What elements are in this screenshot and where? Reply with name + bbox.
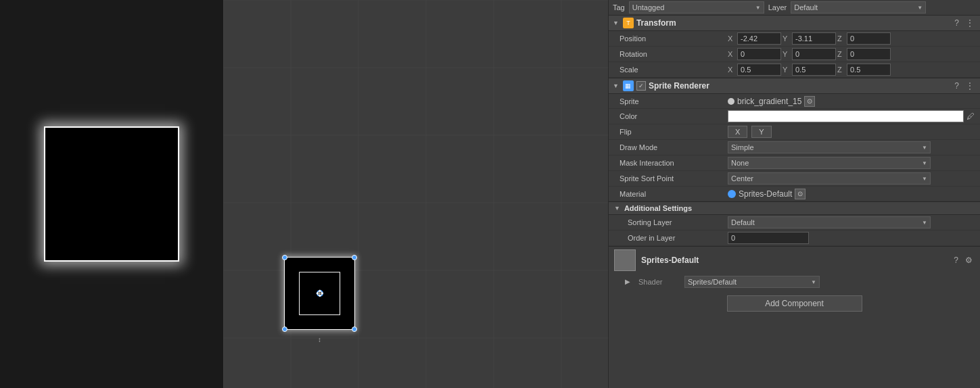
sprite-renderer-title: Sprite Renderer	[649, 81, 709, 91]
flip-buttons: X Y	[728, 126, 772, 138]
layer-label: Layer	[768, 3, 787, 11]
sprite-value: brick_gradient_15 ⊙	[728, 96, 975, 107]
transform-help-icon[interactable]: ?	[952, 18, 961, 28]
position-xyz: X Y Z	[728, 32, 975, 45]
flip-y-button[interactable]: Y	[751, 126, 771, 138]
scale-label: Scale	[620, 66, 728, 74]
position-row: Position X Y Z	[609, 31, 980, 47]
sorting-layer-row: Sorting Layer Default ▼	[609, 215, 980, 231]
transform-actions: ? ⋮	[952, 18, 976, 28]
draw-mode-dropdown[interactable]: Simple ▼	[728, 141, 931, 153]
mask-interaction-value: None ▼	[728, 157, 975, 169]
scale-row: Scale X Y Z	[609, 62, 980, 78]
mask-interaction-dropdown[interactable]: None ▼	[728, 157, 931, 169]
sorting-layer-dropdown[interactable]: Default ▼	[728, 216, 931, 228]
scene-view[interactable]: ✥ ↕	[223, 0, 608, 388]
sprite-sort-point-label: Sprite Sort Point	[620, 174, 728, 183]
additional-settings-expand[interactable]: ▼	[614, 205, 620, 212]
material-footer-name: Sprites-Default	[641, 256, 699, 265]
sprite-name: brick_gradient_15	[737, 97, 801, 106]
sprite-renderer-more-icon[interactable]: ⋮	[964, 81, 976, 91]
tag-layer-row: Tag Untagged ▼ Layer Default ▼	[609, 0, 980, 15]
mask-interaction-label: Mask Interaction	[620, 159, 728, 167]
transform-more-icon[interactable]: ⋮	[964, 18, 976, 28]
sprite-sort-point-dropdown[interactable]: Center ▼	[728, 172, 931, 185]
rotation-row: Rotation X Y Z	[609, 47, 980, 62]
tag-dropdown[interactable]: Untagged ▼	[629, 1, 764, 14]
shader-row: ▶ Shader Sprites/Default ▼	[609, 274, 980, 290]
scale-z-field: Z	[837, 64, 891, 76]
material-row: Material Sprites-Default ⊙	[609, 187, 980, 201]
rotation-y-input[interactable]	[792, 48, 836, 60]
draw-mode-row: Draw Mode Simple ▼	[609, 140, 980, 155]
sprite-renderer-actions: ? ⋮	[952, 81, 976, 91]
mask-interaction-row: Mask Interaction None ▼	[609, 155, 980, 171]
sprite-renderer-checkbox[interactable]: ✓	[636, 81, 646, 91]
order-in-layer-value	[728, 232, 975, 244]
sorting-layer-label: Sorting Layer	[620, 218, 728, 226]
scene-sprite-object[interactable]: ✥ ↕	[284, 257, 355, 330]
sprite-label: Sprite	[620, 97, 728, 105]
sprite-renderer-help-icon[interactable]: ?	[952, 81, 961, 91]
scale-xyz: X Y Z	[728, 64, 975, 76]
rotation-x-field: X	[728, 48, 781, 60]
rotation-label: Rotation	[620, 50, 728, 58]
shader-expand-icon[interactable]: ▶	[625, 278, 633, 286]
sprite-sort-point-value: Center ▼	[728, 172, 975, 185]
transform-expand[interactable]: ▼	[613, 20, 619, 26]
material-label: Material	[620, 190, 728, 198]
sprite-select-button[interactable]: ⊙	[804, 96, 815, 107]
rotation-z-input[interactable]	[847, 48, 891, 60]
sprite-renderer-header: ▼ ▦ ✓ Sprite Renderer ? ⋮	[609, 78, 980, 94]
order-in-layer-label: Order in Layer	[620, 234, 728, 242]
sprite-row: Sprite brick_gradient_15 ⊙	[609, 94, 980, 109]
eyedropper-icon[interactable]: 🖊	[966, 112, 975, 121]
position-value: X Y Z	[728, 32, 975, 45]
bottom-handle-icon: ↕	[318, 336, 321, 343]
shader-label: Shader	[638, 278, 679, 286]
material-select-button[interactable]: ⊙	[795, 189, 806, 199]
material-name: Sprites-Default	[739, 189, 792, 199]
material-help-icon[interactable]: ?	[952, 256, 960, 265]
additional-settings-title: Additional Settings	[624, 204, 692, 212]
scale-x-input[interactable]	[737, 64, 781, 76]
selection-handle-br[interactable]	[352, 326, 357, 332]
color-row: Color 🖊	[609, 109, 980, 124]
selection-handle-tl[interactable]	[282, 255, 287, 260]
scale-z-input[interactable]	[847, 64, 891, 76]
sprite-large-preview	[44, 126, 179, 262]
position-y-field: Y	[783, 32, 836, 45]
draw-mode-value: Simple ▼	[728, 141, 975, 153]
order-in-layer-input[interactable]	[728, 232, 809, 244]
add-component-button[interactable]: Add Component	[727, 295, 862, 312]
sprite-renderer-icon: ▦	[623, 80, 634, 91]
position-y-input[interactable]	[792, 32, 836, 45]
sprite-renderer-expand[interactable]: ▼	[613, 82, 619, 89]
color-swatch[interactable]	[728, 110, 964, 122]
sprite-sort-point-row: Sprite Sort Point Center ▼	[609, 171, 980, 187]
position-z-input[interactable]	[847, 32, 891, 45]
order-in-layer-row: Order in Layer	[609, 231, 980, 246]
scale-value: X Y Z	[728, 64, 975, 76]
rotation-x-input[interactable]	[737, 48, 781, 60]
sorting-layer-value: Default ▼	[728, 216, 975, 228]
material-thumbnail	[614, 249, 636, 271]
selection-handle-bl[interactable]	[282, 326, 287, 332]
scene-sprite-box: ✥	[284, 257, 355, 330]
flip-value: X Y	[728, 126, 975, 138]
material-icon	[728, 190, 736, 198]
flip-x-button[interactable]: X	[728, 126, 747, 138]
scale-y-input[interactable]	[792, 64, 836, 76]
selection-handle-tr[interactable]	[352, 255, 357, 260]
shader-dropdown[interactable]: Sprites/Default ▼	[684, 276, 820, 288]
material-settings-icon[interactable]: ⚙	[963, 256, 975, 265]
layer-dropdown[interactable]: Default ▼	[791, 1, 926, 14]
tag-label: Tag	[613, 3, 625, 11]
sprite-inner-box	[68, 150, 156, 238]
rotation-value: X Y Z	[728, 48, 975, 60]
position-x-input[interactable]	[737, 32, 781, 45]
flip-label: Flip	[620, 128, 728, 136]
rotation-y-field: Y	[783, 48, 836, 60]
color-value: 🖊	[728, 110, 975, 122]
flip-row: Flip X Y	[609, 124, 980, 140]
